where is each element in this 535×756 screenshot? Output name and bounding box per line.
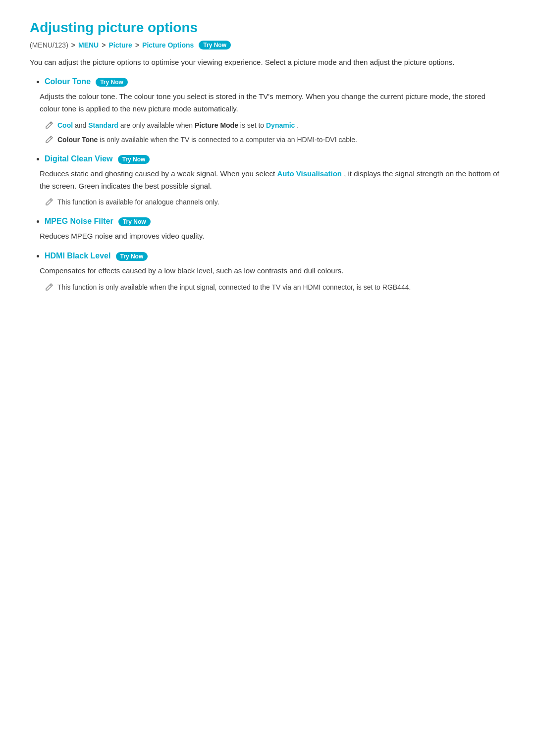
pencil-icon — [45, 198, 54, 206]
section-list: Colour Tone Try Now Adjusts the colour t… — [30, 77, 505, 293]
page-title: Adjusting picture options — [30, 20, 505, 36]
pencil-icon — [45, 283, 54, 292]
note-highlight-standard: Standard — [88, 121, 118, 129]
note-item: Colour Tone is only available when the T… — [45, 135, 505, 146]
note-highlight-colour-tone: Colour Tone — [57, 136, 98, 144]
note-item: This function is available for analogue … — [45, 197, 505, 208]
breadcrumb-sep2: > — [102, 41, 106, 49]
auto-visualisation-link: Auto Visualisation — [277, 169, 342, 178]
breadcrumb-menu-code: (MENU/123) — [30, 41, 68, 49]
breadcrumb-try-now-badge[interactable]: Try Now — [199, 41, 231, 50]
colour-tone-try-now[interactable]: Try Now — [96, 78, 128, 87]
pencil-icon — [45, 121, 54, 130]
breadcrumb-sep3: > — [135, 41, 139, 49]
mpeg-noise-filter-heading: MPEG Noise Filter — [45, 217, 113, 225]
intro-text: You can adjust the picture options to op… — [30, 56, 505, 68]
breadcrumb-sep1: > — [71, 41, 75, 49]
note-highlight-picture-mode: Picture Mode — [195, 121, 238, 129]
hdmi-black-level-body: Compensates for effects caused by a low … — [40, 265, 505, 277]
colour-tone-body: Adjusts the colour tone. The colour tone… — [40, 91, 505, 115]
hdmi-black-level-try-now[interactable]: Try Now — [116, 252, 148, 261]
note-text: This function is only available when the… — [57, 282, 411, 293]
list-item-mpeg-noise-filter: MPEG Noise Filter Try Now Reduces MPEG n… — [45, 217, 505, 243]
note-highlight-cool: Cool — [57, 121, 73, 129]
list-item-digital-clean-view: Digital Clean View Try Now Reduces stati… — [45, 154, 505, 208]
note-item: This function is only available when the… — [45, 282, 505, 293]
digital-clean-view-notes: This function is available for analogue … — [45, 197, 505, 208]
note-text: Cool and Standard are only available whe… — [57, 120, 299, 131]
list-item-hdmi-black-level: HDMI Black Level Try Now Compensates for… — [45, 252, 505, 293]
note-text: Colour Tone is only available when the T… — [57, 135, 357, 146]
pencil-icon — [45, 135, 54, 144]
digital-clean-view-heading: Digital Clean View — [45, 154, 113, 163]
note-item: Cool and Standard are only available whe… — [45, 120, 505, 131]
breadcrumb-picture[interactable]: Picture — [108, 41, 132, 49]
colour-tone-notes: Cool and Standard are only available whe… — [45, 120, 505, 146]
hdmi-black-level-notes: This function is only available when the… — [45, 282, 505, 293]
list-item-colour-tone: Colour Tone Try Now Adjusts the colour t… — [45, 77, 505, 146]
note-highlight-dynamic: Dynamic — [266, 121, 295, 129]
note-text: This function is available for analogue … — [57, 197, 219, 208]
breadcrumb-menu[interactable]: MENU — [78, 41, 99, 49]
colour-tone-heading: Colour Tone — [45, 77, 91, 86]
hdmi-black-level-heading: HDMI Black Level — [45, 252, 110, 260]
breadcrumb-picture-options[interactable]: Picture Options — [142, 41, 194, 49]
digital-clean-view-try-now[interactable]: Try Now — [118, 155, 150, 164]
mpeg-noise-filter-try-now[interactable]: Try Now — [118, 217, 151, 226]
mpeg-noise-filter-body: Reduces MPEG noise and improves video qu… — [40, 230, 505, 243]
digital-clean-view-body: Reduces static and ghosting caused by a … — [40, 168, 505, 193]
breadcrumb: (MENU/123) > MENU > Picture > Picture Op… — [30, 41, 505, 50]
